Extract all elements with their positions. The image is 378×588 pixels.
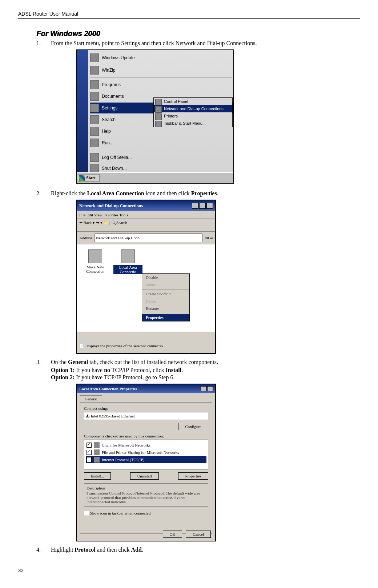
menu-label: Run... [102, 140, 113, 145]
maximize-icon[interactable] [199, 203, 206, 209]
menu-run[interactable]: Run... [90, 137, 233, 148]
checkbox-icon[interactable] [87, 443, 92, 448]
go-label: Go [208, 236, 213, 240]
ctx-rename[interactable]: Rename [142, 305, 189, 312]
ok-button[interactable]: OK [163, 531, 182, 538]
cancel-button[interactable]: Cancel [186, 531, 211, 538]
adapter-icon: 🖧 [86, 414, 90, 418]
start-button[interactable]: Start [78, 174, 100, 182]
windows-update-icon [90, 53, 99, 62]
close-icon[interactable] [206, 203, 213, 209]
settings-submenu: Control Panel Network and Dial-up Connec… [153, 97, 233, 127]
help-icon [90, 127, 99, 136]
description-heading: Description [87, 486, 206, 490]
text-run: tab, check out the list of installed net… [88, 359, 218, 365]
ctx-disable[interactable]: Disable [142, 274, 189, 281]
menu-label: Programs [102, 82, 121, 87]
dialog-title: Local Area Connection Properties [79, 387, 137, 391]
text-bold: Install [166, 367, 182, 373]
component-client[interactable]: Client for Microsoft Networks [86, 441, 206, 449]
uninstall-button[interactable]: Uninstall [130, 472, 158, 480]
window-titlebar: Network and Dial-up Connections [77, 200, 215, 211]
components-list: Client for Microsoft Networks File and P… [84, 440, 208, 469]
winzip-icon [90, 66, 99, 75]
text-run: . [142, 547, 143, 553]
client-icon [94, 442, 100, 448]
ctx-status: Status [142, 281, 189, 288]
win2000-banner [77, 50, 88, 173]
step-2-number: 2. [36, 190, 51, 197]
taskbar: Start [77, 172, 233, 183]
minimize-icon[interactable] [192, 203, 198, 209]
dialog-panel: Connect using: 🖧 Intel 82595-Based Ether… [80, 402, 212, 534]
text-bold: Protocol [75, 547, 95, 553]
icon-label: Connectio [120, 269, 136, 274]
description-group: Description Transmission Control Protoco… [84, 483, 208, 507]
help-icon[interactable] [201, 386, 206, 391]
menu-windows-update[interactable]: Windows Update [90, 52, 233, 63]
adapter-field: 🖧 Intel 82595-Based Ethernet [84, 412, 208, 420]
component-label: Internet Protocol (TCP/IP) [102, 457, 144, 462]
step-3-number: 3. [36, 359, 51, 365]
submenu-network-dialup[interactable]: Network and Dial-up Connections [154, 105, 232, 112]
protocol-icon [94, 457, 100, 463]
address-label: Address [79, 236, 92, 240]
menu-winzip[interactable]: WinZip [90, 65, 233, 76]
programs-icon [90, 80, 99, 89]
text-run: Highlight [51, 547, 75, 553]
go-button[interactable]: ⇨Go [205, 236, 213, 240]
menubar[interactable]: File Edit View Favorites Tools [77, 211, 215, 219]
component-label: File and Printer Sharing for Microsoft N… [102, 450, 179, 455]
install-button[interactable]: Install... [84, 472, 111, 480]
dialog-titlebar: Local Area Connection Properties [77, 384, 215, 393]
menu-help[interactable]: Help [90, 126, 233, 137]
submenu-control-panel[interactable]: Control Panel [154, 98, 232, 105]
show-icon-label: Show icon in taskbar when connected [90, 511, 150, 515]
status-bar: 📄 Displays the properties of the selecte… [77, 342, 215, 353]
text-run: . [181, 367, 183, 373]
icon-local-area-connection[interactable]: Local AreaConnectio [113, 249, 142, 274]
search-icon [90, 115, 99, 124]
menu-label: Windows Update [102, 55, 135, 60]
close-icon[interactable] [207, 386, 213, 391]
address-bar: Address ⇨Go [77, 232, 215, 244]
tab-general[interactable]: General [80, 395, 102, 402]
components-label: Components checked are used by this conn… [84, 434, 208, 438]
step-3: 3. On the General tab, check out the lis… [36, 359, 360, 365]
submenu-printers[interactable]: Printers [154, 112, 232, 120]
option-1: Option 1: If you have no TCP/IP Protocol… [51, 367, 360, 373]
component-tcpip[interactable]: Internet Protocol (TCP/IP) [86, 456, 206, 463]
step-2-text: Right-click the Local Area Connection ic… [51, 190, 360, 197]
step-1-number: 1. [36, 40, 51, 47]
address-input[interactable] [94, 233, 202, 242]
search-button[interactable]: Search [116, 220, 127, 225]
checkbox-icon[interactable] [87, 450, 92, 455]
page-number: 32 [18, 568, 360, 573]
step-2: 2. Right-click the Local Area Connection… [36, 190, 360, 197]
ctx-create-shortcut[interactable]: Create Shortcut [142, 290, 189, 297]
menu-logoff[interactable]: Log Off Stella... [90, 152, 233, 163]
menu-label: WinZip [102, 68, 115, 73]
text-run: . [217, 190, 218, 196]
menu-programs[interactable]: Programs [90, 79, 233, 90]
network-icon [121, 249, 135, 263]
icon-label: Make New Connection [81, 265, 110, 273]
separator [142, 289, 189, 289]
back-button[interactable]: Back [84, 220, 92, 225]
properties-button[interactable]: Properties [178, 472, 208, 480]
text-run: and then click [96, 547, 131, 553]
icon-make-new-connection[interactable]: Make New Connection [81, 249, 110, 273]
component-file-print[interactable]: File and Printer Sharing for Microsoft N… [86, 449, 206, 456]
figure-start-menu: Windows Update WinZip Programs Documents… [76, 49, 360, 185]
figure-explorer: Network and Dial-up Connections File Edi… [76, 200, 360, 354]
menu-label: Help [102, 129, 111, 134]
checkbox-icon[interactable] [87, 457, 92, 462]
submenu-taskbar[interactable]: Taskbar & Start Menu... [154, 120, 232, 127]
ctx-properties[interactable]: Properties [142, 314, 189, 321]
checkbox-icon[interactable] [84, 511, 89, 516]
text-bold: Properties [191, 190, 217, 196]
text-bold: General [68, 359, 88, 365]
adapter-name: Intel 82595-Based Ethernet [91, 414, 135, 418]
connect-using-label: Connect using: [84, 406, 208, 411]
configure-button[interactable]: Configure [178, 423, 208, 430]
